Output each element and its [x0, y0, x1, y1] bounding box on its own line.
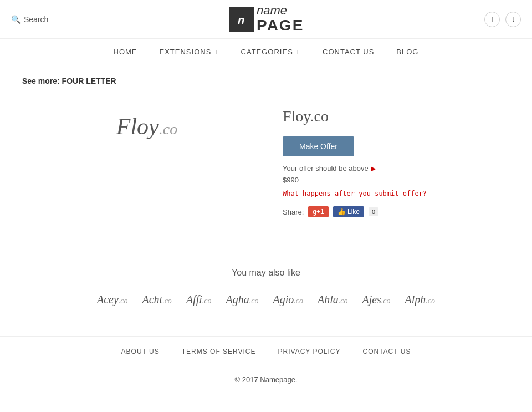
- offer-hint-text: Your offer should be above: [283, 164, 369, 172]
- main-nav: HOME EXTENSIONS + CATEGORIES + CONTACT U…: [0, 39, 532, 65]
- main-content: See more: FOUR LETTER Floy.co Floy.co Ma…: [0, 65, 532, 336]
- svg-text:n: n: [238, 14, 244, 26]
- brand-name: Namepage.: [260, 375, 297, 384]
- domain-display: Floy.co Floy.co Make Offer Your offer sh…: [22, 96, 510, 228]
- search-icon: 🔍: [11, 15, 21, 24]
- nav-contact[interactable]: CONTACT US: [311, 40, 385, 64]
- facebook-like-count: 0: [369, 207, 378, 216]
- facebook-icon[interactable]: f: [484, 12, 500, 27]
- social-icons: f t: [484, 12, 521, 27]
- logo-icon: n: [229, 7, 254, 32]
- footer-nav: ABOUT US TERMS OF SERVICE PRIVACY POLICY…: [0, 336, 532, 367]
- see-more-label: See more:: [22, 77, 60, 85]
- logo-name: name: [257, 4, 304, 17]
- share-label: Share:: [283, 208, 304, 216]
- submit-offer-link[interactable]: What happens after you submit offer?: [283, 190, 499, 197]
- google-plus-button[interactable]: g+1: [308, 206, 328, 217]
- header: 🔍 Search n name PAGE f t: [0, 0, 532, 39]
- domain-logo-big: Floy.co: [116, 113, 177, 140]
- logo-text: name PAGE: [257, 4, 304, 34]
- domain-logo-area: Floy.co: [22, 96, 272, 156]
- also-like-section: You may also like Acey.co Acht.co Affi.c…: [22, 251, 510, 325]
- also-like-title: You may also like: [22, 268, 510, 278]
- copyright-year: © 2017: [235, 375, 258, 384]
- logo: n name PAGE: [229, 4, 304, 34]
- domain-name-display: Floy: [116, 114, 159, 139]
- footer-contact[interactable]: CONTACT US: [362, 348, 411, 355]
- nav-categories[interactable]: CATEGORIES +: [230, 40, 311, 64]
- logo-page: PAGE: [257, 17, 304, 34]
- domain-title: Floy.co: [283, 108, 499, 125]
- nav-extensions[interactable]: EXTENSIONS +: [149, 40, 230, 64]
- share-area: Share: g+1 👍 Like 0: [283, 206, 499, 217]
- footer-terms[interactable]: TERMS OF SERVICE: [182, 348, 256, 355]
- offer-hint: Your offer should be above ▶: [283, 164, 499, 172]
- list-item[interactable]: Acht.co: [138, 291, 176, 308]
- nav-blog[interactable]: BLOG: [385, 40, 429, 64]
- list-item[interactable]: Affi.co: [182, 291, 216, 308]
- domain-tld-display: .co: [159, 120, 177, 138]
- domain-info-panel: Floy.co Make Offer Your offer should be …: [272, 96, 510, 228]
- list-item[interactable]: Ajes.co: [357, 291, 395, 308]
- logo-area[interactable]: n name PAGE: [229, 4, 304, 34]
- make-offer-button[interactable]: Make Offer: [283, 136, 354, 156]
- breadcrumb: See more: FOUR LETTER: [22, 77, 510, 85]
- list-item[interactable]: Alph.co: [401, 291, 440, 308]
- list-item[interactable]: Acey.co: [93, 291, 132, 308]
- list-item[interactable]: Agio.co: [268, 291, 308, 308]
- facebook-like-button[interactable]: 👍 Like: [333, 206, 364, 217]
- offer-min-amount: $990: [283, 176, 499, 184]
- list-item[interactable]: Ahla.co: [313, 291, 352, 308]
- domain-list: Acey.co Acht.co Affi.co Agha.co Agio.co …: [22, 291, 510, 325]
- footer-privacy[interactable]: PRIVACY POLICY: [278, 348, 341, 355]
- nav-home[interactable]: HOME: [103, 40, 149, 64]
- list-item[interactable]: Agha.co: [221, 291, 263, 308]
- fb-like-label: 👍 Like: [337, 208, 360, 216]
- offer-arrow-icon: ▶: [371, 165, 376, 172]
- twitter-icon[interactable]: t: [505, 12, 521, 27]
- breadcrumb-category[interactable]: FOUR LETTER: [62, 77, 116, 85]
- footer-copyright: © 2017 Namepage.: [0, 367, 532, 393]
- search-label[interactable]: Search: [24, 15, 48, 24]
- search-area[interactable]: 🔍 Search: [11, 15, 48, 24]
- footer-about[interactable]: ABOUT US: [121, 348, 160, 355]
